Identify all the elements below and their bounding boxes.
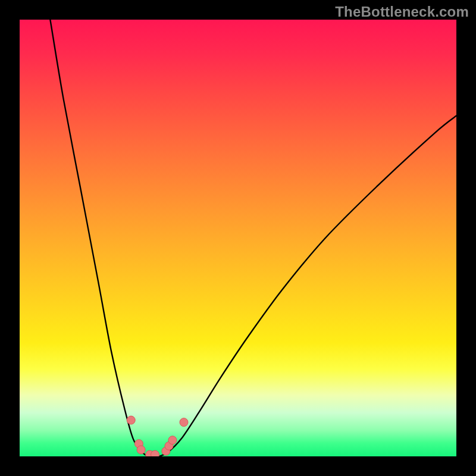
curve-left-branch	[50, 20, 148, 456]
curve-layer	[20, 20, 456, 456]
chart-frame: TheBottleneck.com	[0, 0, 476, 476]
marker-point	[127, 416, 135, 424]
marker-point	[137, 446, 145, 454]
plot-area	[20, 20, 456, 456]
marker-point	[180, 418, 188, 427]
watermark-text: TheBottleneck.com	[335, 4, 469, 20]
curve-right-branch	[159, 116, 456, 457]
marker-point	[168, 436, 177, 444]
marker-point	[151, 450, 159, 456]
